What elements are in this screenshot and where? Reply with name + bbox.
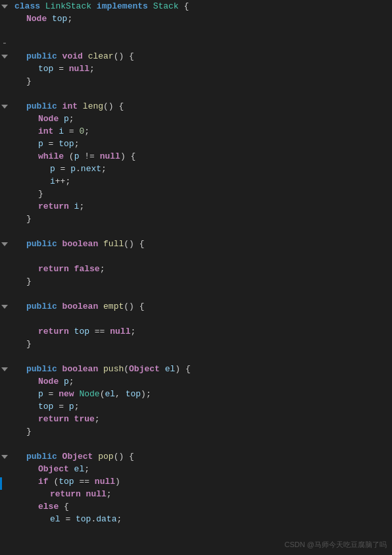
token-24-2: empt bbox=[103, 300, 124, 313]
token-11-0: p bbox=[38, 138, 49, 150]
token-24-0: public bbox=[26, 300, 62, 313]
fold-cell-17 bbox=[0, 213, 9, 225]
token-30-2: ; bbox=[69, 375, 74, 388]
code-line-5: top = null; bbox=[14, 63, 392, 75]
fold-open-icon-24[interactable] bbox=[1, 305, 8, 309]
code-line-16: return i; bbox=[14, 200, 392, 213]
fold-cell-15 bbox=[0, 188, 9, 200]
token-12-5: ) { bbox=[120, 150, 135, 163]
token-41-3: . bbox=[91, 513, 96, 525]
token-29-2: push bbox=[103, 363, 124, 375]
fold-cell-26 bbox=[0, 325, 9, 338]
fold-dash-icon-3[interactable]: - bbox=[2, 38, 7, 50]
token-19-2: full bbox=[103, 238, 124, 250]
token-31-1: = bbox=[49, 388, 59, 400]
token-6-0: } bbox=[26, 75, 32, 88]
token-21-1: false bbox=[74, 263, 100, 275]
token-22-0: } bbox=[26, 275, 32, 288]
token-9-2: ; bbox=[69, 113, 74, 125]
code-line-24: public boolean empt() { bbox=[14, 300, 392, 313]
token-9-0: Node bbox=[38, 113, 64, 125]
fold-cell-41 bbox=[0, 513, 9, 525]
fold-cell-24[interactable] bbox=[0, 300, 9, 313]
code-line-26: return top == null; bbox=[14, 325, 392, 338]
token-32-2: p bbox=[69, 400, 74, 413]
token-5-1: = bbox=[53, 63, 68, 75]
token-12-3: != bbox=[79, 150, 99, 163]
token-38-0: if bbox=[38, 475, 53, 488]
fold-cell-16 bbox=[0, 200, 9, 213]
code-line-4: public void clear() { bbox=[14, 50, 392, 63]
fold-cell-19[interactable] bbox=[0, 238, 9, 250]
token-31-0: p bbox=[38, 388, 49, 400]
token-33-1: true bbox=[74, 413, 95, 425]
code-line-30: Node p; bbox=[14, 375, 392, 388]
fold-cell-0[interactable] bbox=[0, 0, 9, 13]
token-38-4: null bbox=[95, 475, 115, 488]
fold-cell-18 bbox=[0, 225, 9, 238]
token-24-1: boolean bbox=[62, 300, 103, 313]
watermark: CSDN @马师今天吃豆腐脑了吗 bbox=[285, 540, 387, 550]
token-13-3: . bbox=[76, 163, 81, 175]
code-line-38: if (top == null) bbox=[14, 475, 392, 488]
token-33-0: return bbox=[38, 413, 74, 425]
token-1-1: top bbox=[52, 13, 67, 25]
fold-cell-30 bbox=[0, 375, 9, 388]
fold-open-icon-0[interactable] bbox=[1, 5, 8, 9]
code-line-17: } bbox=[14, 213, 392, 225]
token-41-4: data bbox=[96, 513, 116, 525]
token-9-1: p bbox=[64, 113, 69, 125]
token-13-1: = bbox=[61, 163, 71, 175]
token-17-0: } bbox=[26, 213, 32, 225]
token-39-1: null bbox=[86, 488, 107, 500]
token-40-0: else bbox=[38, 500, 64, 513]
token-33-2: ; bbox=[95, 413, 100, 425]
token-41-1: = bbox=[65, 513, 76, 525]
fold-cell-14 bbox=[0, 175, 9, 188]
fold-open-icon-8[interactable] bbox=[1, 105, 8, 109]
fold-cell-7 bbox=[0, 88, 9, 100]
token-16-0: return bbox=[38, 200, 74, 213]
token-5-3: ; bbox=[89, 63, 95, 75]
fold-cell-8[interactable] bbox=[0, 100, 9, 113]
token-1-0: Node bbox=[26, 13, 52, 25]
code-line-20 bbox=[14, 250, 392, 263]
fold-cell-29[interactable] bbox=[0, 363, 9, 375]
code-line-1: Node top; bbox=[14, 13, 392, 25]
fold-cell-31 bbox=[0, 388, 9, 400]
code-line-7 bbox=[14, 88, 392, 100]
code-line-23 bbox=[14, 288, 392, 300]
code-line-39: return null; bbox=[14, 488, 392, 500]
code-area: class LinkStack implements Stack {Node t… bbox=[9, 0, 392, 555]
fold-open-icon-29[interactable] bbox=[1, 367, 8, 371]
code-line-11: p = top; bbox=[14, 138, 392, 150]
code-line-19: public boolean full() { bbox=[14, 238, 392, 250]
fold-open-icon-36[interactable] bbox=[1, 455, 8, 459]
token-38-3: == bbox=[74, 475, 95, 488]
token-8-0: public bbox=[26, 100, 62, 113]
token-0-0: class bbox=[14, 0, 45, 13]
token-19-1: boolean bbox=[62, 238, 103, 250]
fold-cell-35 bbox=[0, 438, 9, 450]
token-29-5: el bbox=[165, 363, 176, 375]
token-19-3: () { bbox=[124, 238, 144, 250]
code-line-12: while (p != null) { bbox=[14, 150, 392, 163]
token-0-2: implements bbox=[97, 0, 153, 13]
code-line-15: } bbox=[14, 188, 392, 200]
token-14-1: ++; bbox=[55, 175, 70, 188]
token-4-0: public bbox=[26, 50, 62, 63]
fold-cell-4[interactable] bbox=[0, 50, 9, 63]
token-30-0: Node bbox=[38, 375, 64, 388]
token-10-4: ; bbox=[84, 125, 89, 138]
fold-open-icon-4[interactable] bbox=[1, 55, 8, 59]
token-24-3: () { bbox=[124, 300, 144, 313]
code-line-10: int i = 0; bbox=[14, 125, 392, 138]
token-36-1: Object bbox=[62, 450, 99, 463]
fold-cell-28 bbox=[0, 350, 9, 363]
fold-open-icon-19[interactable] bbox=[1, 242, 8, 246]
token-31-6: , bbox=[115, 388, 126, 400]
fold-cell-36[interactable] bbox=[0, 450, 9, 463]
token-11-3: ; bbox=[74, 138, 80, 150]
fold-cell-27 bbox=[0, 338, 9, 350]
token-16-1: i bbox=[74, 200, 80, 213]
